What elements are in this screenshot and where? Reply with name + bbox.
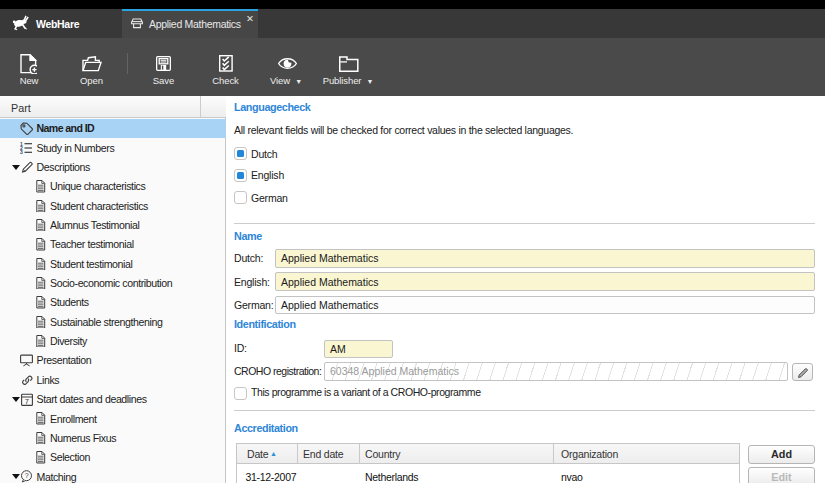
svg-text:3: 3 — [20, 149, 23, 155]
svg-text:?: ? — [25, 471, 29, 480]
svg-text:7: 7 — [24, 396, 28, 405]
